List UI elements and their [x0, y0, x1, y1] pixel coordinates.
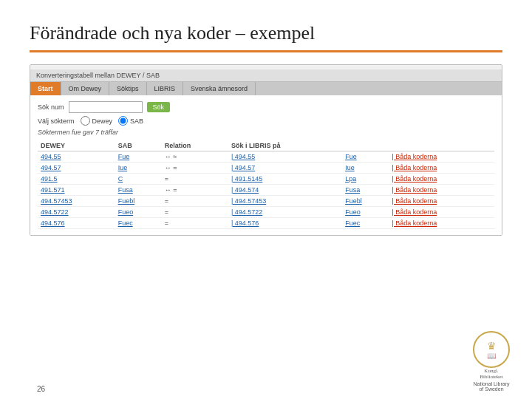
tab-soktips[interactable]: Söktips: [109, 82, 147, 95]
crown-icon: ♛: [487, 340, 497, 352]
search-button[interactable]: Sök: [147, 102, 171, 112]
cell-libris: | 491.5145: [228, 174, 342, 185]
cell-dewey: 491.571: [38, 185, 115, 196]
cell-action: | Båda koderna: [389, 218, 494, 229]
browser-window: Konverteringstabell mellan DEWEY / SAB S…: [30, 64, 502, 236]
cell-sab2: Fueo: [342, 207, 389, 218]
search-label: Sök num: [38, 103, 64, 111]
cell-sab2: Fue: [342, 151, 389, 163]
cell-dewey: 494.57453: [38, 196, 115, 207]
cell-sab: Fusa: [115, 185, 162, 196]
cell-sab2: Fuebl: [342, 196, 389, 207]
result-text: Söktermen fue gav 7 träffar: [38, 129, 494, 136]
col-header-sab2: [342, 140, 389, 151]
cell-relation: ↔ =: [162, 163, 228, 174]
logo-subtitle: National Libraryof Sweden: [473, 381, 509, 392]
cell-relation: =: [162, 174, 228, 185]
cell-libris: | 494.574: [228, 185, 342, 196]
cell-sab: C: [115, 174, 162, 185]
cell-sab: Fuebl: [115, 196, 162, 207]
cell-sab: Fue: [115, 151, 162, 163]
cell-dewey: 491.5: [38, 174, 115, 185]
cell-action: | Båda koderna: [389, 207, 494, 218]
cell-libris: | 494.57453: [228, 196, 342, 207]
cell-action: | Båda koderna: [389, 185, 494, 196]
cell-sab2: Iue: [342, 163, 389, 174]
cell-libris: | 494.576: [228, 218, 342, 229]
browser-titlebar: Konverteringstabell mellan DEWEY / SAB: [30, 69, 502, 82]
radio-sab[interactable]: SAB: [118, 116, 143, 126]
orange-divider: [30, 50, 502, 52]
cell-dewey: 494.57: [38, 163, 115, 174]
browser-content: Sök num Sök Välj sökterm Dewey SAB Sökte…: [30, 95, 502, 235]
cell-relation: =: [162, 218, 228, 229]
cell-sab: Fueo: [115, 207, 162, 218]
cell-action: | Båda koderna: [389, 196, 494, 207]
cell-action: | Båda koderna: [389, 151, 494, 163]
cell-relation: ↔ ≈: [162, 151, 228, 163]
tab-om-dewey[interactable]: Om Dewey: [61, 82, 110, 95]
cell-sab2: Fusa: [342, 185, 389, 196]
cell-libris: | 494.55: [228, 151, 342, 163]
logo-text: Kungl. Biblioteket: [480, 368, 502, 380]
search-row: Sök num Sök: [38, 101, 494, 113]
cell-action: | Båda koderna: [389, 174, 494, 185]
tab-start[interactable]: Start: [30, 82, 61, 95]
cell-sab2: Lpa: [342, 174, 389, 185]
cell-dewey: 494.576: [38, 218, 115, 229]
search-input[interactable]: [69, 101, 143, 113]
page-number: 26: [37, 385, 45, 393]
cell-relation: =: [162, 196, 228, 207]
col-header-dewey: DEWEY: [38, 140, 115, 151]
table-row: 494.57453 Fuebl = | 494.57453 Fuebl | Bå…: [38, 196, 494, 207]
table-row: 491.571 Fusa ↔ = | 494.574 Fusa | Båda k…: [38, 185, 494, 196]
table-row: 494.5722 Fueo = | 494.5722 Fueo | Båda k…: [38, 207, 494, 218]
cell-dewey: 494.55: [38, 151, 115, 163]
radio-row: Välj sökterm Dewey SAB: [38, 116, 494, 126]
col-header-libris: Sök i LIBRIS på: [228, 140, 342, 151]
cell-libris: | 494.5722: [228, 207, 342, 218]
table-row: 494.57 Iue ↔ = | 494.57 Iue | Båda koder…: [38, 163, 494, 174]
cell-sab: Iue: [115, 163, 162, 174]
cell-action: | Båda koderna: [389, 163, 494, 174]
radio-dewey[interactable]: Dewey: [81, 116, 113, 126]
browser-nav: Start Om Dewey Söktips LIBRIS Svenska äm…: [30, 82, 502, 95]
data-table: DEWEY SAB Relation Sök i LIBRIS på 494.5…: [38, 140, 494, 229]
tab-svenska-amnesord[interactable]: Svenska ämnesord: [183, 82, 256, 95]
tab-libris[interactable]: LIBRIS: [147, 82, 184, 95]
page-container: Förändrade och nya koder – exempel Konve…: [0, 0, 532, 399]
cell-relation: =: [162, 207, 228, 218]
logo-circle: ♛ 📖: [473, 331, 510, 368]
logo-area: ♛ 📖 Kungl. Biblioteket National Libraryo…: [473, 331, 510, 392]
col-header-sab: SAB: [115, 140, 162, 151]
col-header-action: [389, 140, 494, 151]
page-title: Förändrade och nya koder – exempel: [30, 22, 502, 44]
cell-relation: ↔ =: [162, 185, 228, 196]
table-row: 491.5 C = | 491.5145 Lpa | Båda koderna: [38, 174, 494, 185]
table-row: 494.576 Fuec = | 494.576 Fuec | Båda kod…: [38, 218, 494, 229]
cell-dewey: 494.5722: [38, 207, 115, 218]
table-row: 494.55 Fue ↔ ≈ | 494.55 Fue | Båda koder…: [38, 151, 494, 163]
cell-sab: Fuec: [115, 218, 162, 229]
radio-label: Välj sökterm: [38, 117, 75, 125]
book-icon: 📖: [487, 352, 497, 360]
col-header-relation: Relation: [162, 140, 228, 151]
cell-sab2: Fuec: [342, 218, 389, 229]
cell-libris: | 494.57: [228, 163, 342, 174]
